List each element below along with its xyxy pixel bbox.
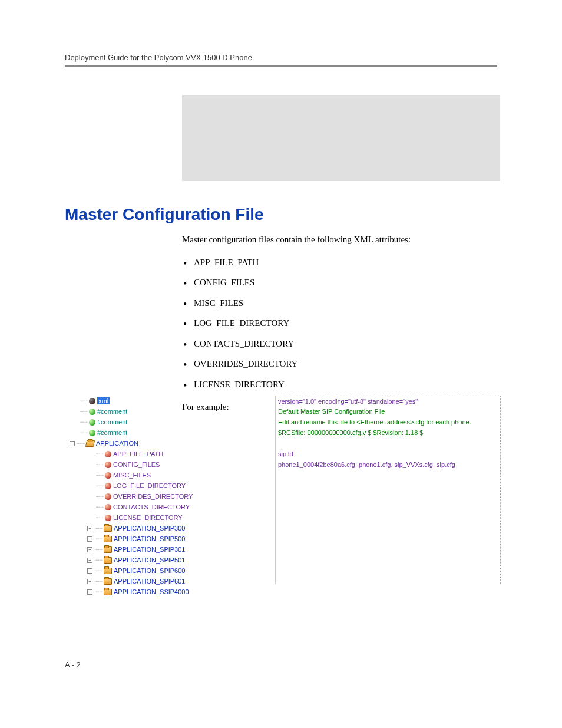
tree-label: LICENSE_DIRECTORY: [113, 514, 183, 521]
collapse-icon: –: [70, 441, 75, 446]
tree-connector-icon: ┈┈: [80, 408, 87, 416]
tree-connector-icon: ┈┈: [96, 493, 103, 500]
tree-row-folder: + ┈┈ APPLICATION_SSIP4000: [70, 587, 275, 597]
tree-row-comment: ┈┈ #comment: [70, 406, 275, 417]
tree-row-comment: ┈┈ #comment: [70, 427, 275, 438]
value-row-empty: [276, 438, 500, 449]
tree-connector-icon: ┈┈: [80, 397, 87, 405]
tree-label: LOG_FILE_DIRECTORY: [113, 482, 186, 489]
tree-connector-icon: ┈┈: [96, 503, 103, 511]
expand-icon: +: [87, 568, 92, 574]
tree-connector-icon: ┈┈: [96, 472, 103, 479]
tree-connector-icon: ┈┈: [96, 514, 103, 522]
expand-icon: +: [87, 558, 92, 563]
tree-row-attr: ┈┈ CONTACTS_DIRECTORY: [70, 502, 275, 512]
folder-closed-icon: [104, 568, 112, 574]
folder-closed-icon: [104, 546, 112, 553]
xml-root-icon: [89, 398, 95, 404]
tree-row-attr: ┈┈ APP_FILE_PATH: [70, 449, 275, 459]
tree-row-folder: + ┈┈ APPLICATION_SPIP601: [70, 576, 275, 587]
tree-connector-icon: ┈┈: [95, 556, 102, 564]
list-item: OVERRIDES_DIRECTORY: [194, 354, 500, 374]
folder-closed-icon: [104, 557, 112, 564]
tree-label: APPLICATION_SPIP600: [114, 567, 185, 574]
tree-row-folder: + ┈┈ APPLICATION_SPIP300: [70, 523, 275, 533]
gray-placeholder-box: [182, 95, 500, 181]
value-row-comment: $RCSfile: 000000000000.cfg,v $ $Revision…: [276, 427, 500, 438]
list-item: MISC_FILES: [194, 293, 500, 314]
tree-label: MISC_FILES: [113, 472, 151, 479]
attribute-icon: [105, 493, 111, 500]
tree-label: APPLICATION_SPIP300: [114, 525, 185, 532]
tree-row-attr: ┈┈ CONFIG_FILES: [70, 459, 275, 470]
xml-value-pane: version="1.0" encoding="utf-8" standalon…: [275, 396, 501, 584]
tree-label: APPLICATION_SSIP4000: [114, 588, 189, 595]
header-rule: [65, 65, 497, 67]
tree-label: OVERRIDES_DIRECTORY: [113, 493, 193, 500]
attribute-icon: [105, 483, 111, 489]
list-item: APP_FILE_PATH: [194, 252, 500, 273]
tree-connector-icon: ┈┈: [80, 419, 87, 426]
expand-icon: +: [87, 547, 92, 552]
tree-row-attr: ┈┈ LOG_FILE_DIRECTORY: [70, 480, 275, 491]
expand-icon: +: [87, 589, 92, 595]
tree-label: APPLICATION_SPIP501: [114, 556, 185, 564]
tree-row-folder: + ┈┈ APPLICATION_SPIP500: [70, 533, 275, 544]
list-item: CONTACTS_DIRECTORY: [194, 334, 500, 354]
list-item: LICENSE_DIRECTORY: [194, 374, 500, 395]
value-row-config-files: phone1_0004f2be80a6.cfg, phone1.cfg, sip…: [276, 459, 500, 470]
tree-label: APP_FILE_PATH: [113, 450, 163, 457]
tree-connector-icon: ┈┈: [95, 525, 102, 532]
tree-row-application: – ┈┈ APPLICATION: [70, 438, 275, 449]
tree-label: #comment: [97, 419, 127, 426]
expand-icon: +: [87, 579, 92, 584]
tree-label: APPLICATION: [96, 440, 138, 447]
tree-connector-icon: ┈┈: [95, 578, 102, 585]
tree-row-folder: + ┈┈ APPLICATION_SPIP301: [70, 544, 275, 555]
tree-label: APPLICATION_SPIP500: [114, 535, 185, 542]
intro-paragraph: Master configuration files contain the f…: [182, 233, 500, 246]
running-header: Deployment Guide for the Polycom VVX 150…: [65, 53, 497, 62]
tree-connector-icon: ┈┈: [95, 567, 102, 575]
tree-connector-icon: ┈┈: [95, 546, 102, 554]
tree-label: CONTACTS_DIRECTORY: [113, 503, 190, 510]
comment-icon: [89, 430, 95, 436]
folder-closed-icon: [104, 578, 112, 585]
value-row-comment: Edit and rename this file to <Ethernet-a…: [276, 417, 500, 427]
tree-connector-icon: ┈┈: [96, 461, 103, 469]
tree-row-xml-root: ┈┈ xml: [70, 396, 275, 406]
comment-icon: [89, 419, 95, 426]
tree-label: APPLICATION_SPIP301: [114, 546, 185, 553]
comment-icon: [89, 409, 95, 415]
attribute-icon: [105, 462, 111, 468]
attribute-icon: [105, 504, 111, 510]
expand-icon: +: [87, 536, 92, 542]
folder-closed-icon: [104, 536, 112, 542]
tree-label: APPLICATION_SPIP601: [114, 578, 185, 585]
tree-label: #comment: [97, 429, 127, 436]
tree-connector-icon: ┈┈: [80, 429, 87, 437]
value-row-comment: Default Master SIP Configuration File: [276, 406, 500, 417]
tree-row-attr: ┈┈ MISC_FILES: [70, 470, 275, 480]
section-heading: Master Configuration File: [65, 205, 264, 224]
tree-label: CONFIG_FILES: [113, 461, 160, 468]
tree-row-comment: ┈┈ #comment: [70, 417, 275, 427]
folder-open-icon: [85, 440, 95, 447]
folder-closed-icon: [104, 525, 112, 532]
tree-row-attr: ┈┈ LICENSE_DIRECTORY: [70, 512, 275, 523]
value-row-xml-decl: version="1.0" encoding="utf-8" standalon…: [276, 396, 500, 406]
attribute-icon: [105, 515, 111, 521]
value-row-app-file-path: sip.ld: [276, 449, 500, 459]
tree-connector-icon: ┈┈: [77, 440, 84, 447]
attribute-icon: [105, 451, 111, 457]
tree-row-folder: + ┈┈ APPLICATION_SPIP600: [70, 565, 275, 576]
tree-label: #comment: [97, 408, 127, 415]
body-content: Master configuration files contain the f…: [182, 233, 500, 420]
list-item: LOG_FILE_DIRECTORY: [194, 313, 500, 334]
tree-row-attr: ┈┈ OVERRIDES_DIRECTORY: [70, 491, 275, 502]
attributes-list: APP_FILE_PATH CONFIG_FILES MISC_FILES LO…: [182, 252, 500, 395]
tree-connector-icon: ┈┈: [95, 588, 102, 596]
xml-tree-pane: ┈┈ xml ┈┈ #comment ┈┈ #comment ┈┈ #comme…: [65, 396, 275, 584]
list-item: CONFIG_FILES: [194, 272, 500, 293]
tree-row-folder: + ┈┈ APPLICATION_SPIP501: [70, 555, 275, 565]
